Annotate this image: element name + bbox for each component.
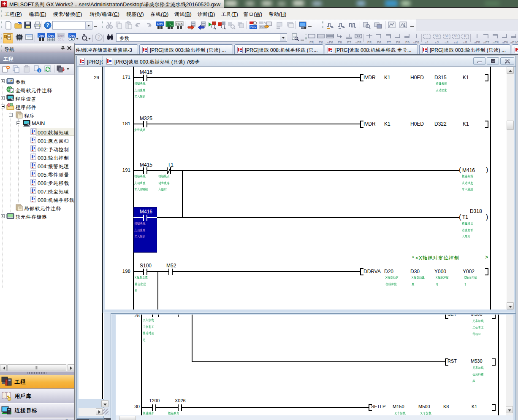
svg-text:Dev: Dev xyxy=(58,34,64,38)
svg-text:Dev: Dev xyxy=(48,34,54,38)
svg-text:?: ? xyxy=(46,22,49,28)
svg-text:>_: >_ xyxy=(169,23,173,26)
svg-text:ST: ST xyxy=(454,34,458,38)
svg-text:Dev: Dev xyxy=(69,34,75,38)
svg-text:Dev: Dev xyxy=(250,25,256,29)
svg-text:Dev: Dev xyxy=(38,34,44,38)
svg-text:CC-L: CC-L xyxy=(57,38,64,41)
svg-text:R: R xyxy=(464,34,466,38)
svg-text:?: ? xyxy=(98,35,100,40)
svg-text:SE: SE xyxy=(445,34,449,38)
svg-text:HEX: HEX xyxy=(176,22,182,26)
svg-text:Dev: Dev xyxy=(157,22,163,26)
svg-text:SC: SC xyxy=(435,34,439,38)
